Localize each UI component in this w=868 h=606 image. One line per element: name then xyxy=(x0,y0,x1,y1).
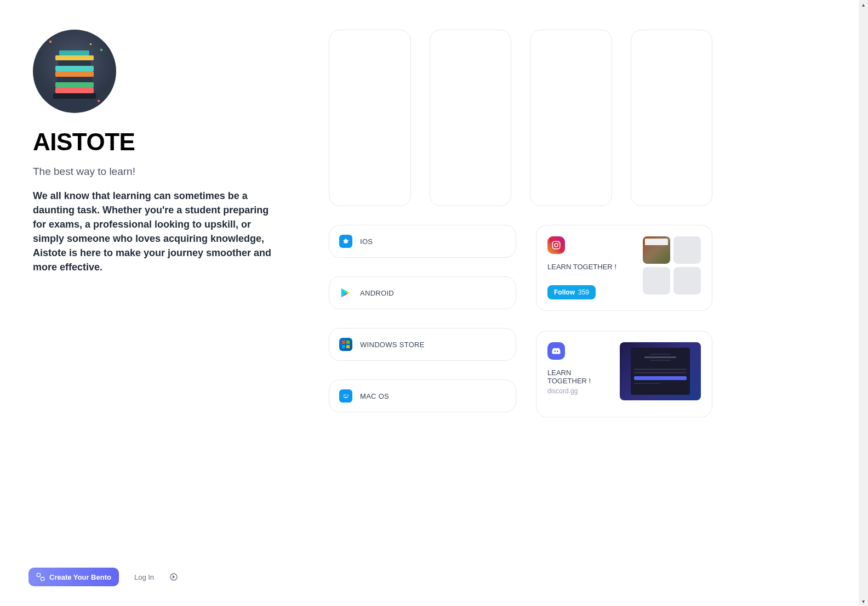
platform-links: IOS ANDROID WINDOWS STORE xyxy=(329,225,516,417)
windows-store-icon xyxy=(339,338,352,351)
discord-preview xyxy=(620,342,701,400)
svg-rect-4 xyxy=(552,241,560,249)
instagram-thumb[interactable] xyxy=(643,267,670,294)
platform-label: WINDOWS STORE xyxy=(360,341,425,349)
platform-label: IOS xyxy=(360,237,373,246)
login-link[interactable]: Log In xyxy=(134,573,154,581)
follow-button[interactable]: Follow 359 xyxy=(547,285,596,299)
svg-point-5 xyxy=(555,243,558,247)
page-title: AISTOTE xyxy=(33,128,274,156)
tagline: The best way to learn! xyxy=(33,166,274,178)
platform-card-windows[interactable]: WINDOWS STORE xyxy=(329,328,516,361)
platform-card-ios[interactable]: IOS xyxy=(329,225,516,258)
scrollbar[interactable]: ▴ ▾ xyxy=(859,0,868,606)
appstore-icon xyxy=(339,389,352,403)
scroll-up-icon[interactable]: ▴ xyxy=(859,0,868,9)
appstore-icon xyxy=(339,235,352,248)
discord-icon xyxy=(547,342,565,360)
svg-rect-1 xyxy=(346,341,350,344)
social-cards: LEARN TOGETHER ! Follow 359 xyxy=(536,225,712,417)
instagram-thumb[interactable] xyxy=(673,267,701,294)
svg-rect-3 xyxy=(346,345,350,348)
instagram-thumb[interactable] xyxy=(673,236,701,264)
discord-title: LEARN TOGETHER ! xyxy=(547,369,612,385)
instagram-thumbnails xyxy=(643,236,701,299)
playstore-icon xyxy=(339,286,352,299)
svg-rect-0 xyxy=(342,341,345,344)
books-illustration xyxy=(53,44,96,99)
top-cards-row xyxy=(329,30,712,206)
bottom-bar: Create Your Bento Log In xyxy=(28,568,178,586)
svg-rect-7 xyxy=(37,573,41,577)
cards-grid: IOS ANDROID WINDOWS STORE xyxy=(329,30,712,417)
platform-label: ANDROID xyxy=(360,289,394,297)
empty-card[interactable] xyxy=(329,30,411,206)
description: We all know that learning can sometimes … xyxy=(33,189,274,275)
empty-card[interactable] xyxy=(631,30,713,206)
share-icon[interactable] xyxy=(169,573,178,581)
instagram-icon xyxy=(547,236,565,254)
instagram-thumb[interactable] xyxy=(643,236,670,264)
bento-icon xyxy=(36,573,45,581)
empty-card[interactable] xyxy=(530,30,612,206)
discord-card[interactable]: LEARN TOGETHER ! discord.gg xyxy=(536,331,712,417)
profile-panel: AISTOTE The best way to learn! We all kn… xyxy=(33,30,274,417)
platform-label: MAC OS xyxy=(360,392,389,400)
follow-label: Follow xyxy=(554,288,575,296)
avatar xyxy=(33,30,116,113)
discord-subtitle: discord.gg xyxy=(547,387,612,395)
platform-card-android[interactable]: ANDROID xyxy=(329,276,516,309)
create-bento-label: Create Your Bento xyxy=(49,573,111,581)
create-bento-button[interactable]: Create Your Bento xyxy=(28,568,119,586)
svg-rect-8 xyxy=(41,577,44,581)
follow-count: 359 xyxy=(578,288,589,296)
instagram-card[interactable]: LEARN TOGETHER ! Follow 359 xyxy=(536,225,712,311)
platform-card-macos[interactable]: MAC OS xyxy=(329,380,516,412)
empty-card[interactable] xyxy=(430,30,512,206)
svg-rect-2 xyxy=(342,345,345,348)
scroll-down-icon[interactable]: ▾ xyxy=(859,597,868,606)
page-container: AISTOTE The best way to learn! We all kn… xyxy=(0,0,868,447)
bottom-section: IOS ANDROID WINDOWS STORE xyxy=(329,225,712,417)
instagram-title: LEARN TOGETHER ! xyxy=(547,263,635,271)
svg-point-6 xyxy=(558,242,559,243)
